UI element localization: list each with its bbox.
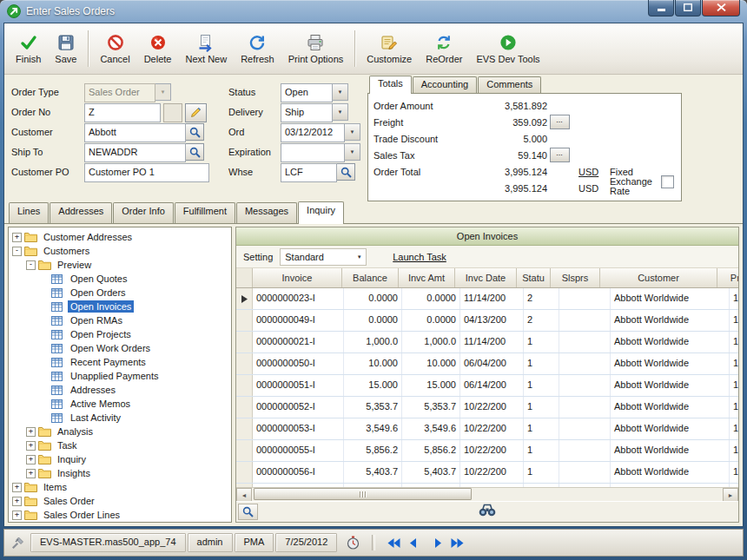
tree-item-open-orders[interactable]: Open Orders: [9, 286, 231, 300]
maximize-button[interactable]: [675, 0, 701, 16]
tab-order-info[interactable]: Order Info: [113, 202, 174, 223]
tree-item-sales-order[interactable]: +Sales Order: [9, 494, 231, 508]
scrollbar-track[interactable]: [252, 488, 723, 501]
table-cell[interactable]: 0000000056-I: [253, 462, 344, 483]
close-button[interactable]: [702, 0, 740, 16]
table-cell[interactable]: 10/22/200: [460, 440, 524, 461]
ship-to-field[interactable]: NEWADDR: [84, 143, 204, 161]
column-header-slsprs[interactable]: Slsprs: [551, 268, 600, 287]
table-cell[interactable]: 1%TenNet: [730, 440, 738, 461]
search-button[interactable]: [238, 504, 258, 520]
table-cell[interactable]: [559, 397, 611, 418]
table-cell[interactable]: 1: [524, 462, 559, 483]
table-cell[interactable]: 1%TenNet: [730, 353, 738, 374]
delivery-field[interactable]: Ship▼: [281, 103, 348, 121]
column-header-pmt-terms[interactable]: Pmt Terms: [717, 268, 739, 287]
tab-fulfillment[interactable]: Fulfillment: [175, 202, 235, 223]
whse-field[interactable]: LCF: [281, 163, 355, 181]
table-cell[interactable]: 0.0000: [344, 310, 402, 331]
tree-expander[interactable]: -: [26, 260, 36, 270]
scrollbar-thumb[interactable]: [254, 488, 472, 500]
table-cell[interactable]: 0000000049-I: [253, 310, 344, 331]
table-cell[interactable]: 0000000021-I: [253, 332, 344, 352]
table-cell[interactable]: 0000000023-I: [253, 288, 344, 309]
table-row[interactable]: 0000000053-I3,549.63,549.610/22/2001Abbo…: [236, 418, 738, 440]
order-no-field[interactable]: Z: [84, 103, 161, 121]
table-cell[interactable]: 1%TenNet: [730, 310, 738, 331]
table-cell[interactable]: [559, 332, 611, 352]
tree-expander[interactable]: +: [26, 427, 36, 437]
table-cell[interactable]: Abbott Worldwide: [611, 310, 730, 331]
table-cell[interactable]: 1: [524, 397, 559, 418]
tree-expander[interactable]: +: [12, 497, 22, 506]
table-cell[interactable]: 1%TenNet: [730, 418, 738, 439]
column-header-invc-amt[interactable]: Invc Amt: [399, 268, 455, 287]
table-row[interactable]: 0000000052-I5,353.75,353.710/22/2001Abbo…: [236, 397, 738, 418]
table-cell[interactable]: Abbott Worldwide: [611, 397, 730, 418]
whse-input[interactable]: LCF: [281, 163, 337, 182]
tree-item-analysis[interactable]: +Analysis: [9, 425, 231, 438]
table-cell[interactable]: 5,353.7: [402, 397, 460, 418]
order-type-input[interactable]: Sales Order: [84, 83, 155, 102]
table-cell[interactable]: 1: [524, 332, 559, 352]
table-cell[interactable]: Abbott Worldwide: [611, 462, 730, 483]
chevron-down-icon[interactable]: ▼: [345, 143, 360, 161]
table-cell[interactable]: 1%TenNet: [730, 332, 738, 352]
column-header-customer[interactable]: Customer: [600, 268, 717, 287]
column-header-invoice[interactable]: Invoice: [253, 268, 342, 287]
tree-item-addresses[interactable]: Addresses: [9, 383, 231, 397]
ellipsis-button[interactable]: ...: [550, 148, 570, 162]
delivery-input[interactable]: Ship: [281, 103, 333, 122]
tree-expander[interactable]: +: [26, 441, 36, 451]
table-cell[interactable]: 0000000052-I: [253, 397, 344, 418]
tree-item-last-activity[interactable]: Last Activity: [9, 411, 231, 425]
tab-lines[interactable]: Lines: [9, 202, 49, 223]
stopwatch-icon[interactable]: [347, 536, 360, 550]
table-cell[interactable]: 2: [524, 288, 559, 309]
tree-item-insights[interactable]: +Insights: [9, 466, 231, 480]
table-cell[interactable]: 10/22/200: [460, 462, 524, 483]
evs-dev-tools-button[interactable]: EVS Dev Tools: [470, 26, 545, 71]
table-cell[interactable]: 0.0000: [402, 288, 460, 309]
expiration-field[interactable]: ▼: [281, 143, 360, 161]
table-row[interactable]: 0000000051-I15.00015.00006/14/2001Abbott…: [236, 375, 738, 397]
table-row[interactable]: 0000000023-I0.00000.000011/14/2002Abbott…: [236, 288, 738, 310]
nav-first-button[interactable]: [382, 537, 405, 550]
table-cell[interactable]: [559, 310, 611, 331]
tree-item-customers[interactable]: -Customers: [9, 244, 231, 258]
table-row[interactable]: 0000000056-I5,403.75,403.710/22/2001Abbo…: [236, 462, 738, 484]
scroll-right-button[interactable]: ►: [723, 488, 738, 502]
table-cell[interactable]: 15.000: [402, 375, 460, 396]
table-cell[interactable]: 5,856.2: [344, 440, 402, 461]
status-field[interactable]: Open▼: [281, 83, 348, 101]
nav-previous-button[interactable]: [405, 537, 421, 550]
table-cell[interactable]: 1: [524, 353, 559, 374]
tree-item-sales-order-lines[interactable]: +Sales Order Lines: [9, 508, 231, 522]
table-cell[interactable]: 1%TenNet: [730, 288, 738, 309]
binoculars-icon[interactable]: [479, 504, 496, 518]
tree-item-open-invoices[interactable]: Open Invoices: [9, 300, 231, 313]
table-cell[interactable]: Abbott Worldwide: [611, 288, 730, 309]
table-cell[interactable]: 04/13/200: [460, 310, 524, 331]
tree-expander[interactable]: +: [26, 469, 36, 478]
column-header-balance[interactable]: Balance: [342, 268, 399, 287]
table-cell[interactable]: 10.000: [402, 353, 460, 374]
table-cell[interactable]: [559, 353, 611, 374]
customer-field[interactable]: Abbott: [84, 123, 204, 141]
table-cell[interactable]: 0000000051-I: [253, 375, 344, 396]
tree-item-recent-payments[interactable]: Recent Payments: [9, 355, 231, 369]
refresh-button[interactable]: Refresh: [235, 26, 281, 71]
table-cell[interactable]: 2: [524, 310, 559, 331]
table-row[interactable]: 0000000021-I1,000.01,000.011/14/2001Abbo…: [236, 332, 738, 353]
save-button[interactable]: Save: [49, 26, 83, 71]
delete-button[interactable]: Delete: [138, 26, 178, 71]
horizontal-scrollbar[interactable]: ◄ ►: [236, 487, 738, 501]
table-cell[interactable]: 5,403.7: [344, 462, 402, 483]
table-cell[interactable]: 1,000.0: [344, 332, 402, 352]
column-header-invc-date[interactable]: Invc Date: [455, 268, 517, 287]
tree-item-open-projects[interactable]: Open Projects: [9, 327, 231, 341]
table-cell[interactable]: 10/22/200: [460, 397, 524, 418]
fixed-exchange-rate-checkbox[interactable]: [661, 175, 674, 188]
table-cell[interactable]: 0000000053-I: [253, 418, 344, 439]
table-cell[interactable]: Abbott Worldwide: [611, 375, 730, 396]
